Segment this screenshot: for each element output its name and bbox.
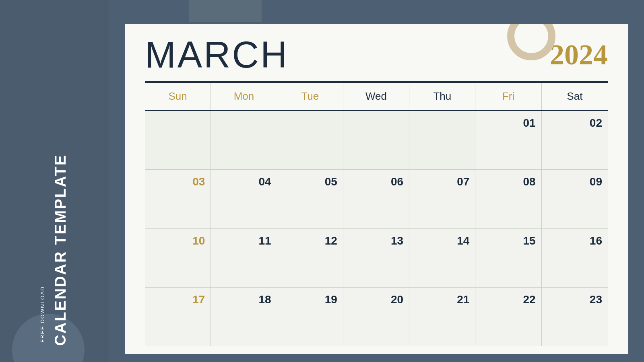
day-cell: 01 xyxy=(475,111,541,169)
day-number: 14 xyxy=(457,232,469,247)
day-cell xyxy=(343,111,409,169)
day-number: 18 xyxy=(258,291,271,306)
day-header-tue: Tue xyxy=(277,83,343,110)
day-number: 23 xyxy=(590,291,602,306)
day-number: 15 xyxy=(523,232,536,247)
day-cell: 09 xyxy=(542,170,608,228)
day-number: 02 xyxy=(590,114,602,130)
day-cell: 18 xyxy=(211,288,277,346)
day-number: 16 xyxy=(590,232,602,247)
day-number: 17 xyxy=(192,291,205,306)
day-cell xyxy=(277,111,343,169)
day-cell: 15 xyxy=(475,229,541,287)
day-cell: 14 xyxy=(409,229,475,287)
day-number: 05 xyxy=(325,173,337,188)
day-cell: 08 xyxy=(475,170,541,228)
day-number: 10 xyxy=(192,232,205,247)
sidebar: FREE DOWNLOAD CALENDAR TEMPLATE xyxy=(0,0,109,362)
sidebar-text: FREE DOWNLOAD CALENDAR TEMPLATE xyxy=(39,154,69,346)
day-cell: 22 xyxy=(475,288,541,346)
calendar-card: MARCH 2024 SunMonTueWedThuFriSat 0102030… xyxy=(125,24,628,354)
day-cell: 04 xyxy=(211,170,277,228)
day-number: 09 xyxy=(590,173,602,188)
month-title: MARCH xyxy=(145,36,289,73)
calendar-week-4: 17181920212223 xyxy=(145,288,608,346)
day-header-sat: Sat xyxy=(542,83,608,110)
top-tab-decoration xyxy=(189,0,262,22)
day-header-fri: Fri xyxy=(475,83,541,110)
day-cell: 07 xyxy=(409,170,475,228)
day-header-sun: Sun xyxy=(145,83,211,110)
calendar-grid: SunMonTueWedThuFriSat 010203040506070809… xyxy=(145,83,608,346)
free-download-label: FREE DOWNLOAD xyxy=(39,286,45,343)
day-number: 03 xyxy=(192,173,205,188)
day-headers-row: SunMonTueWedThuFriSat xyxy=(145,83,608,111)
day-number: 07 xyxy=(457,173,469,188)
day-header-mon: Mon xyxy=(211,83,277,110)
day-cell: 13 xyxy=(343,229,409,287)
year-title: 2024 xyxy=(550,40,608,69)
day-number: 12 xyxy=(325,232,337,247)
day-number: 21 xyxy=(457,291,469,306)
day-number: 22 xyxy=(523,291,536,306)
day-number: 20 xyxy=(391,291,403,306)
calendar-template-label: CALENDAR TEMPLATE xyxy=(52,154,69,346)
day-cell: 16 xyxy=(542,229,608,287)
day-cell: 10 xyxy=(145,229,211,287)
day-number: 04 xyxy=(258,173,271,188)
day-number: 01 xyxy=(523,114,536,130)
day-cell xyxy=(409,111,475,169)
day-cell: 03 xyxy=(145,170,211,228)
day-number: 06 xyxy=(391,173,403,188)
day-cell: 02 xyxy=(542,111,608,169)
day-cell: 05 xyxy=(277,170,343,228)
day-header-thu: Thu xyxy=(409,83,475,110)
day-number: 11 xyxy=(258,232,271,247)
day-number: 19 xyxy=(325,291,337,306)
main-area: MARCH 2024 SunMonTueWedThuFriSat 0102030… xyxy=(109,0,644,362)
day-cell: 06 xyxy=(343,170,409,228)
day-number: 08 xyxy=(523,173,536,188)
day-cell xyxy=(211,111,277,169)
calendar-week-1: 0102 xyxy=(145,111,608,170)
day-cell: 11 xyxy=(211,229,277,287)
day-header-wed: Wed xyxy=(343,83,409,110)
day-number: 13 xyxy=(391,232,403,247)
day-cell: 20 xyxy=(343,288,409,346)
day-cell: 17 xyxy=(145,288,211,346)
calendar-week-3: 10111213141516 xyxy=(145,229,608,288)
calendar-body: 0102030405060708091011121314151617181920… xyxy=(145,111,608,346)
day-cell: 23 xyxy=(542,288,608,346)
day-cell xyxy=(145,111,211,169)
calendar-week-2: 03040506070809 xyxy=(145,170,608,228)
day-cell: 19 xyxy=(277,288,343,346)
day-cell: 21 xyxy=(409,288,475,346)
day-cell: 12 xyxy=(277,229,343,287)
